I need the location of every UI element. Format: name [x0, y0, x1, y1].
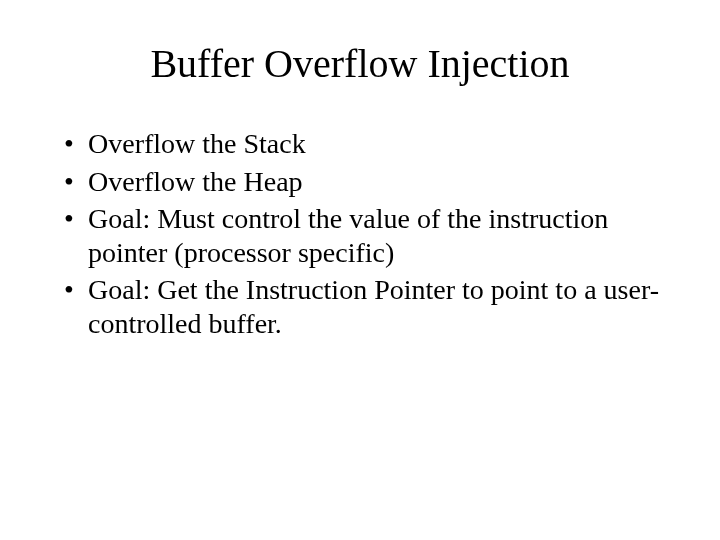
list-item: Overflow the Stack	[60, 127, 670, 161]
list-item: Overflow the Heap	[60, 165, 670, 199]
list-item: Goal: Must control the value of the inst…	[60, 202, 670, 269]
bullet-list: Overflow the Stack Overflow the Heap Goa…	[60, 127, 670, 341]
slide: Buffer Overflow Injection Overflow the S…	[0, 0, 720, 540]
slide-title: Buffer Overflow Injection	[50, 40, 670, 87]
list-item: Goal: Get the Instruction Pointer to poi…	[60, 273, 670, 340]
